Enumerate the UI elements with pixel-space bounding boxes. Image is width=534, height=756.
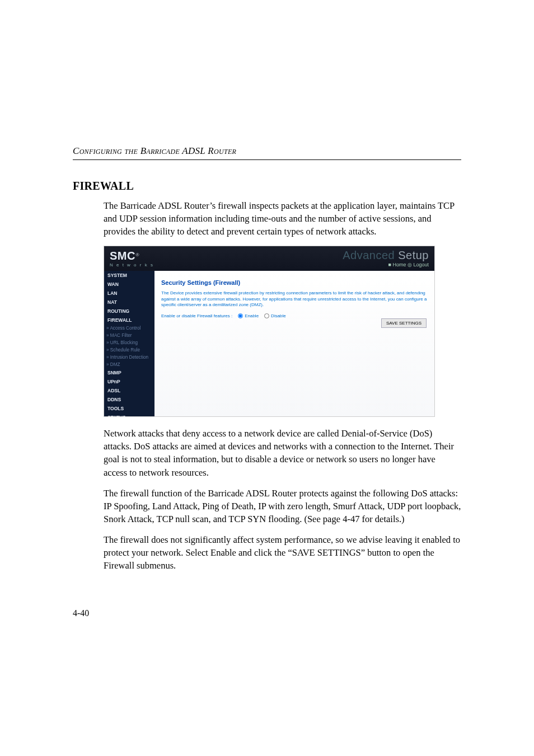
intro-paragraph: The Barricade ADSL Router’s firewall ins…: [104, 199, 461, 238]
sidebar-item-upnp[interactable]: UPnP: [104, 377, 154, 386]
logo-area: SMC® N e t w o r k s: [110, 250, 154, 267]
title-light: Setup: [395, 249, 429, 261]
sidebar-sub-access-control[interactable]: » Access Control: [104, 325, 154, 332]
page-number: 4-40: [73, 608, 461, 618]
sidebar-sub-intrusion[interactable]: » Intrusion Detection: [104, 354, 154, 361]
sidebar-item-ddns[interactable]: DDNS: [104, 395, 154, 404]
option-label: Enable or disable Firewall features :: [161, 313, 232, 318]
document-page: Configuring the Barricade ADSL Router FI…: [0, 0, 534, 652]
logo-text: SMC: [110, 250, 135, 262]
brand-logo: SMC® N e t w o r k s: [110, 250, 154, 267]
enable-label: Enable: [245, 313, 259, 318]
section-heading: FIREWALL: [73, 180, 461, 192]
disable-label: Disable: [271, 313, 286, 318]
content-heading: Security Settings (Firewall): [161, 279, 428, 286]
protect-paragraph: The firewall function of the Barricade A…: [104, 487, 461, 525]
disable-radio-item[interactable]: Disable: [264, 313, 286, 318]
sidebar-item-firewall[interactable]: FIREWALL: [104, 316, 154, 325]
topbar-right: Advanced Setup ■ Home ◎ Logout: [343, 250, 429, 267]
disable-radio[interactable]: [264, 313, 269, 318]
sidebar-sub-mac-filter[interactable]: » MAC Filter: [104, 332, 154, 339]
perf-paragraph: The firewall does not significantly affe…: [104, 533, 461, 572]
title-dark: Advanced: [343, 249, 395, 261]
firewall-option-row: Enable or disable Firewall features : En…: [161, 313, 428, 318]
registered-mark-icon: ®: [135, 252, 139, 257]
content-description: The Device provides extensive firewall p…: [161, 290, 428, 308]
sidebar-item-snmp[interactable]: SNMP: [104, 368, 154, 377]
screenshot-topbar: SMC® N e t w o r k s Advanced Setup ■ Ho…: [104, 246, 434, 271]
enable-radio[interactable]: [238, 313, 243, 318]
sidebar-item-routing[interactable]: ROUTING: [104, 307, 154, 316]
sidebar-item-tools[interactable]: TOOLS: [104, 404, 154, 413]
dos-paragraph: Network attacks that deny access to a ne…: [104, 427, 461, 478]
sidebar-item-status[interactable]: STATUS: [104, 413, 154, 416]
page-mode-title: Advanced Setup: [343, 250, 429, 261]
sidebar-sub-schedule-rule[interactable]: » Schedule Rule: [104, 346, 154, 354]
screenshot-body: SYSTEM WAN LAN NAT ROUTING FIREWALL » Ac…: [104, 271, 434, 416]
top-links[interactable]: ■ Home ◎ Logout: [343, 262, 429, 267]
enable-radio-item[interactable]: Enable: [238, 313, 259, 318]
save-settings-button[interactable]: SAVE SETTINGS: [381, 318, 427, 328]
sidebar-item-lan[interactable]: LAN: [104, 289, 154, 298]
sidebar-item-nat[interactable]: NAT: [104, 298, 154, 307]
running-header: Configuring the Barricade ADSL Router: [73, 145, 461, 160]
sidebar-sub-dmz[interactable]: » DMZ: [104, 361, 154, 368]
radio-group: Enable Disable: [238, 313, 286, 318]
content-area: Security Settings (Firewall) The Device …: [154, 271, 434, 416]
sidebar-item-adsl[interactable]: ADSL: [104, 386, 154, 395]
logo-subtext: N e t w o r k s: [110, 262, 154, 267]
sidebar-item-wan[interactable]: WAN: [104, 280, 154, 289]
sidebar: SYSTEM WAN LAN NAT ROUTING FIREWALL » Ac…: [104, 271, 154, 416]
embedded-screenshot: SMC® N e t w o r k s Advanced Setup ■ Ho…: [104, 246, 435, 417]
sidebar-sub-url-blocking[interactable]: » URL Blocking: [104, 339, 154, 346]
sidebar-item-system[interactable]: SYSTEM: [104, 271, 154, 280]
running-header-text: Configuring the Barricade ADSL Router: [73, 145, 236, 156]
